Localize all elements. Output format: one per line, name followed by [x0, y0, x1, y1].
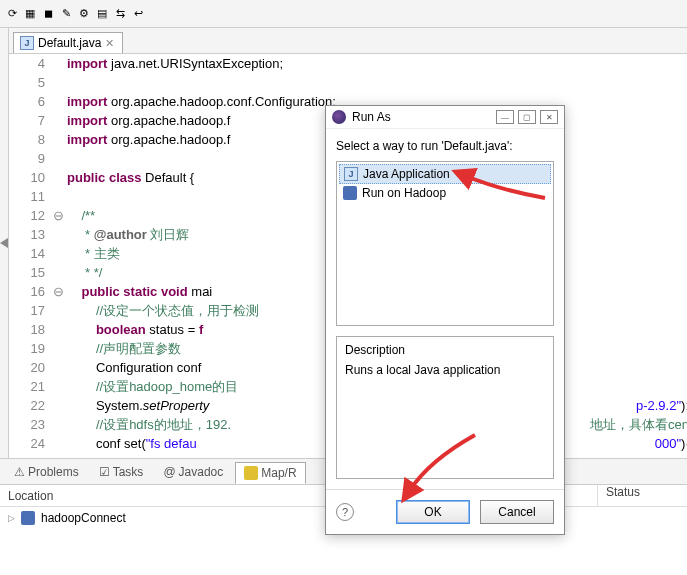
tab-mapreduce[interactable]: Map/R — [235, 462, 305, 484]
column-status[interactable]: Status — [597, 485, 687, 507]
run-as-dialog: Run As — ▢ ✕ Select a way to run 'Defaul… — [325, 105, 565, 535]
minimize-icon[interactable]: — — [496, 110, 514, 124]
toolbar-icon[interactable]: ⚙ — [76, 6, 92, 22]
toolbar-icon[interactable]: ✎ — [58, 6, 74, 22]
run-option-java-application[interactable]: J Java Application — [339, 164, 551, 184]
toolbar-icon[interactable]: ◼ — [40, 6, 56, 22]
toolbar-icon[interactable]: ↩ — [130, 6, 146, 22]
editor-tab-default-java[interactable]: J Default.java ✕ — [13, 32, 123, 53]
java-app-icon: J — [344, 167, 358, 181]
toolbar-icon[interactable]: ▤ — [94, 6, 110, 22]
java-file-icon: J — [20, 36, 34, 50]
hadoop-icon — [244, 466, 258, 480]
tab-label: Default.java — [38, 36, 101, 50]
toolbar-icon[interactable]: ⇆ — [112, 6, 128, 22]
javadoc-icon: @ — [163, 465, 175, 479]
dialog-prompt: Select a way to run 'Default.java': — [336, 139, 554, 153]
eclipse-icon — [332, 110, 346, 124]
tab-problems[interactable]: ⚠Problems — [6, 462, 87, 482]
cancel-button[interactable]: Cancel — [480, 500, 554, 524]
tab-javadoc[interactable]: @Javadoc — [155, 462, 231, 482]
help-icon[interactable]: ? — [336, 503, 354, 521]
description-body: Runs a local Java application — [345, 363, 545, 377]
dialog-title: Run As — [352, 110, 492, 124]
maximize-icon[interactable]: ▢ — [518, 110, 536, 124]
description-header: Description — [345, 343, 545, 357]
ok-button[interactable]: OK — [396, 500, 470, 524]
panel-toggle[interactable] — [0, 28, 9, 458]
tasks-icon: ☑ — [99, 465, 110, 479]
run-option-hadoop[interactable]: Run on Hadoop — [339, 184, 551, 202]
editor-tabs: J Default.java ✕ — [9, 28, 687, 54]
description-box: Description Runs a local Java applicatio… — [336, 336, 554, 479]
expand-icon[interactable]: ▷ — [8, 513, 15, 523]
run-options-list[interactable]: J Java Application Run on Hadoop — [336, 161, 554, 326]
dialog-titlebar[interactable]: Run As — ▢ ✕ — [326, 106, 564, 129]
main-toolbar: ⟳ ▦ ◼ ✎ ⚙ ▤ ⇆ ↩ — [0, 0, 687, 28]
problems-icon: ⚠ — [14, 465, 25, 479]
toolbar-icon[interactable]: ⟳ — [4, 6, 20, 22]
tab-tasks[interactable]: ☑Tasks — [91, 462, 152, 482]
close-icon[interactable]: ✕ — [105, 37, 114, 50]
toolbar-icon[interactable]: ▦ — [22, 6, 38, 22]
hadoop-icon — [343, 186, 357, 200]
hadoop-icon — [21, 511, 35, 525]
row-label: hadoopConnect — [41, 511, 126, 525]
close-icon[interactable]: ✕ — [540, 110, 558, 124]
